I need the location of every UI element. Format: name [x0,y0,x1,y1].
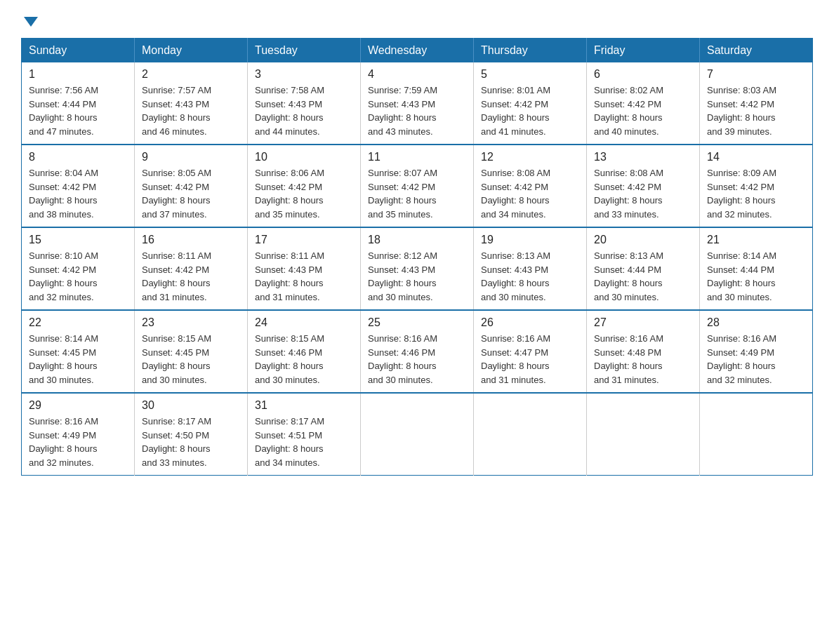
day-info: Sunrise: 8:04 AM Sunset: 4:42 PM Dayligh… [29,166,127,221]
day-number: 29 [29,399,127,412]
calendar-cell: 23 Sunrise: 8:15 AM Sunset: 4:45 PM Dayl… [135,310,248,393]
day-number: 21 [707,234,805,246]
day-of-week-monday: Monday [135,39,248,63]
day-info: Sunrise: 8:10 AM Sunset: 4:42 PM Dayligh… [29,249,127,304]
day-number: 16 [142,234,240,246]
calendar-cell: 15 Sunrise: 8:10 AM Sunset: 4:42 PM Dayl… [22,227,135,310]
day-number: 4 [368,68,466,81]
calendar-week-3: 15 Sunrise: 8:10 AM Sunset: 4:42 PM Dayl… [22,227,813,310]
day-number: 10 [255,151,353,163]
day-info: Sunrise: 8:02 AM Sunset: 4:42 PM Dayligh… [594,83,692,138]
calendar-cell: 24 Sunrise: 8:15 AM Sunset: 4:46 PM Dayl… [248,310,361,393]
calendar-cell: 8 Sunrise: 8:04 AM Sunset: 4:42 PM Dayli… [22,145,135,227]
calendar-cell [361,393,474,476]
day-number: 31 [255,399,353,412]
calendar-cell: 28 Sunrise: 8:16 AM Sunset: 4:49 PM Dayl… [700,310,813,393]
day-info: Sunrise: 8:08 AM Sunset: 4:42 PM Dayligh… [481,166,579,221]
calendar-cell [587,393,700,476]
calendar-cell: 12 Sunrise: 8:08 AM Sunset: 4:42 PM Dayl… [474,145,587,227]
day-info: Sunrise: 8:14 AM Sunset: 4:44 PM Dayligh… [707,249,805,304]
day-info: Sunrise: 8:12 AM Sunset: 4:43 PM Dayligh… [368,249,466,304]
day-number: 13 [594,151,692,163]
calendar-cell: 6 Sunrise: 8:02 AM Sunset: 4:42 PM Dayli… [587,62,700,145]
calendar-cell: 25 Sunrise: 8:16 AM Sunset: 4:46 PM Dayl… [361,310,474,393]
calendar-cell [700,393,813,476]
calendar-cell: 13 Sunrise: 8:08 AM Sunset: 4:42 PM Dayl… [587,145,700,227]
calendar-cell: 14 Sunrise: 8:09 AM Sunset: 4:42 PM Dayl… [700,145,813,227]
day-info: Sunrise: 8:16 AM Sunset: 4:48 PM Dayligh… [594,332,692,387]
day-info: Sunrise: 8:16 AM Sunset: 4:47 PM Dayligh… [481,332,579,387]
day-info: Sunrise: 7:58 AM Sunset: 4:43 PM Dayligh… [255,83,353,138]
day-number: 8 [29,151,127,163]
logo-text [21,14,38,27]
day-number: 26 [481,316,579,329]
calendar-cell: 5 Sunrise: 8:01 AM Sunset: 4:42 PM Dayli… [474,62,587,145]
day-of-week-thursday: Thursday [474,39,587,63]
day-number: 7 [707,68,805,81]
calendar-table: SundayMondayTuesdayWednesdayThursdayFrid… [21,38,813,476]
day-info: Sunrise: 8:17 AM Sunset: 4:50 PM Dayligh… [142,415,240,469]
day-number: 17 [255,234,353,246]
day-info: Sunrise: 8:13 AM Sunset: 4:43 PM Dayligh… [481,249,579,304]
day-number: 6 [594,68,692,81]
day-number: 30 [142,399,240,412]
day-info: Sunrise: 8:16 AM Sunset: 4:49 PM Dayligh… [707,332,805,387]
day-number: 25 [368,316,466,329]
calendar-cell: 11 Sunrise: 8:07 AM Sunset: 4:42 PM Dayl… [361,145,474,227]
calendar-week-2: 8 Sunrise: 8:04 AM Sunset: 4:42 PM Dayli… [22,145,813,227]
calendar-cell: 20 Sunrise: 8:13 AM Sunset: 4:44 PM Dayl… [587,227,700,310]
calendar-cell: 26 Sunrise: 8:16 AM Sunset: 4:47 PM Dayl… [474,310,587,393]
page-header [21,14,813,25]
day-number: 22 [29,316,127,329]
day-of-week-friday: Friday [587,39,700,63]
day-info: Sunrise: 8:11 AM Sunset: 4:42 PM Dayligh… [142,249,240,304]
day-info: Sunrise: 7:59 AM Sunset: 4:43 PM Dayligh… [368,83,466,138]
calendar-cell: 29 Sunrise: 8:16 AM Sunset: 4:49 PM Dayl… [22,393,135,476]
day-number: 15 [29,234,127,246]
calendar-cell: 21 Sunrise: 8:14 AM Sunset: 4:44 PM Dayl… [700,227,813,310]
calendar-cell: 4 Sunrise: 7:59 AM Sunset: 4:43 PM Dayli… [361,62,474,145]
calendar-cell: 22 Sunrise: 8:14 AM Sunset: 4:45 PM Dayl… [22,310,135,393]
calendar-week-4: 22 Sunrise: 8:14 AM Sunset: 4:45 PM Dayl… [22,310,813,393]
calendar-cell: 17 Sunrise: 8:11 AM Sunset: 4:43 PM Dayl… [248,227,361,310]
day-of-week-saturday: Saturday [700,39,813,63]
calendar-cell: 7 Sunrise: 8:03 AM Sunset: 4:42 PM Dayli… [700,62,813,145]
calendar-cell: 19 Sunrise: 8:13 AM Sunset: 4:43 PM Dayl… [474,227,587,310]
day-number: 2 [142,68,240,81]
logo [21,14,38,25]
day-info: Sunrise: 8:07 AM Sunset: 4:42 PM Dayligh… [368,166,466,221]
day-info: Sunrise: 8:16 AM Sunset: 4:46 PM Dayligh… [368,332,466,387]
day-number: 5 [481,68,579,81]
calendar-cell: 3 Sunrise: 7:58 AM Sunset: 4:43 PM Dayli… [248,62,361,145]
calendar-cell: 30 Sunrise: 8:17 AM Sunset: 4:50 PM Dayl… [135,393,248,476]
day-number: 11 [368,151,466,163]
day-info: Sunrise: 8:14 AM Sunset: 4:45 PM Dayligh… [29,332,127,387]
day-info: Sunrise: 7:56 AM Sunset: 4:44 PM Dayligh… [29,83,127,138]
day-number: 27 [594,316,692,329]
calendar-cell: 18 Sunrise: 8:12 AM Sunset: 4:43 PM Dayl… [361,227,474,310]
calendar-cell: 16 Sunrise: 8:11 AM Sunset: 4:42 PM Dayl… [135,227,248,310]
day-of-week-tuesday: Tuesday [248,39,361,63]
calendar-cell: 10 Sunrise: 8:06 AM Sunset: 4:42 PM Dayl… [248,145,361,227]
day-info: Sunrise: 8:09 AM Sunset: 4:42 PM Dayligh… [707,166,805,221]
calendar-header: SundayMondayTuesdayWednesdayThursdayFrid… [22,39,813,63]
day-number: 20 [594,234,692,246]
day-of-week-wednesday: Wednesday [361,39,474,63]
day-info: Sunrise: 8:03 AM Sunset: 4:42 PM Dayligh… [707,83,805,138]
calendar-cell: 1 Sunrise: 7:56 AM Sunset: 4:44 PM Dayli… [22,62,135,145]
calendar-cell: 9 Sunrise: 8:05 AM Sunset: 4:42 PM Dayli… [135,145,248,227]
day-info: Sunrise: 8:08 AM Sunset: 4:42 PM Dayligh… [594,166,692,221]
day-number: 14 [707,151,805,163]
day-number: 12 [481,151,579,163]
calendar-cell: 2 Sunrise: 7:57 AM Sunset: 4:43 PM Dayli… [135,62,248,145]
calendar-week-5: 29 Sunrise: 8:16 AM Sunset: 4:49 PM Dayl… [22,393,813,476]
day-number: 1 [29,68,127,81]
day-number: 24 [255,316,353,329]
day-number: 28 [707,316,805,329]
calendar-week-1: 1 Sunrise: 7:56 AM Sunset: 4:44 PM Dayli… [22,62,813,145]
day-info: Sunrise: 8:15 AM Sunset: 4:46 PM Dayligh… [255,332,353,387]
day-info: Sunrise: 7:57 AM Sunset: 4:43 PM Dayligh… [142,83,240,138]
day-of-week-sunday: Sunday [22,39,135,63]
day-info: Sunrise: 8:15 AM Sunset: 4:45 PM Dayligh… [142,332,240,387]
calendar-cell: 27 Sunrise: 8:16 AM Sunset: 4:48 PM Dayl… [587,310,700,393]
